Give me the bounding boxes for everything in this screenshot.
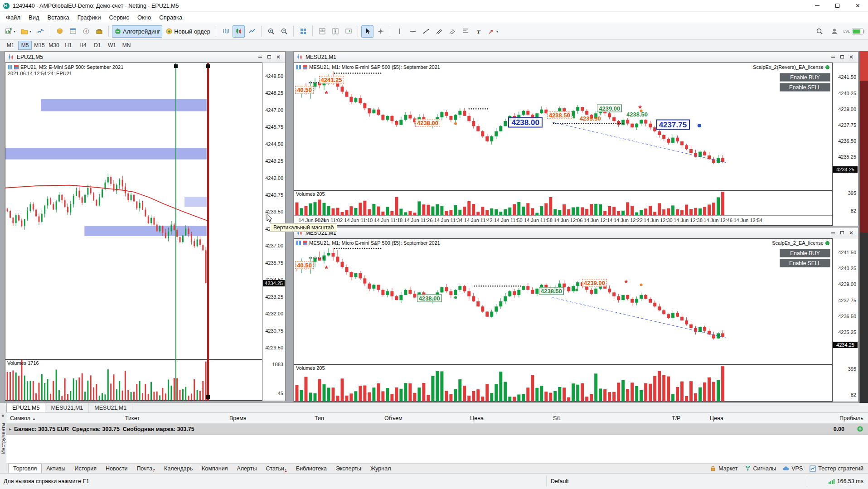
column-header[interactable]: Цена bbox=[710, 415, 723, 421]
toolbox-tab-эксперты[interactable]: Эксперты bbox=[331, 464, 366, 473]
menu-item[interactable]: Окно bbox=[133, 12, 155, 23]
enable-buy-button[interactable]: Enable BUY bbox=[780, 73, 830, 82]
zoom-out-button[interactable] bbox=[278, 25, 290, 38]
tile-windows-button[interactable] bbox=[297, 25, 309, 38]
toolbox-tab-журнал[interactable]: Журнал bbox=[366, 464, 396, 473]
account-button[interactable] bbox=[829, 25, 841, 38]
chart-close-button[interactable]: ✕ bbox=[847, 53, 856, 61]
status-profile[interactable]: Default bbox=[551, 478, 569, 484]
chart-plot-area[interactable]: EPU21, M5: E-Mini S&P 500: September 202… bbox=[5, 63, 262, 401]
new-order-button[interactable]: Новый ордер bbox=[163, 25, 213, 38]
price-chart[interactable]: EPU21, M5: E-Mini S&P 500: September 202… bbox=[5, 63, 262, 359]
timeframe-m30[interactable]: M30 bbox=[47, 41, 61, 50]
volume-pane[interactable]: Volumes 1716 bbox=[5, 359, 262, 400]
fibonacci-button[interactable] bbox=[459, 25, 471, 38]
column-header[interactable]: Прибыль bbox=[839, 415, 863, 421]
chart-plot-area[interactable]: MESU21, M1: Micro E-mini S&P 500 ($5): S… bbox=[294, 238, 833, 402]
price-chart[interactable]: MESU21, M1: Micro E-mini S&P 500 ($5): S… bbox=[294, 63, 832, 190]
menu-item[interactable]: Сервис bbox=[105, 12, 134, 23]
toolbox-button[interactable] bbox=[93, 25, 105, 38]
vertical-line-object[interactable] bbox=[207, 63, 209, 400]
column-header[interactable]: Время bbox=[229, 415, 247, 421]
timeframe-m5[interactable]: M5 bbox=[18, 41, 32, 50]
chart-restore-button[interactable] bbox=[265, 53, 274, 61]
toolbox-tab-новости[interactable]: Новости bbox=[101, 464, 132, 473]
strategy-tester-button[interactable]: Тестер стратегий bbox=[809, 465, 863, 472]
time-scale[interactable]: 14 Jun 202114 Jun 11:0214 Jun 11:1014 Ju… bbox=[294, 215, 832, 225]
timeframe-w1[interactable]: W1 bbox=[105, 41, 119, 50]
equidistant-channel-button[interactable] bbox=[433, 25, 445, 38]
chart-window-titlebar[interactable]: EPU21,M5 ✕ bbox=[5, 52, 285, 63]
toolbox-tab-статьи[interactable]: Статьи1 bbox=[261, 464, 291, 473]
text-tool-button[interactable]: T bbox=[472, 25, 485, 38]
toolbox-tab-почта[interactable]: Почта7 bbox=[132, 464, 160, 473]
toolbox-tab-торговля[interactable]: Торговля bbox=[8, 464, 42, 473]
objects-button[interactable]: ▾ bbox=[485, 25, 500, 38]
column-header[interactable]: T/P bbox=[672, 415, 680, 421]
vertical-line-object[interactable] bbox=[175, 63, 176, 400]
menu-item[interactable]: Справка bbox=[155, 12, 186, 23]
chart-tab[interactable]: MESU21,M1 bbox=[89, 403, 132, 412]
chart-plot-area[interactable]: MESU21, M1: Micro E-mini S&P 500 ($5): S… bbox=[294, 63, 833, 226]
toolbox-tab-библиотека[interactable]: Библиотека bbox=[291, 464, 331, 473]
menu-item[interactable]: Графики bbox=[73, 12, 105, 23]
object-handle[interactable] bbox=[206, 395, 210, 399]
column-header[interactable]: Цена bbox=[470, 415, 484, 421]
volume-pane[interactable]: Volumes 205 bbox=[294, 190, 832, 215]
close-button[interactable]: ✕ bbox=[848, 0, 868, 11]
chart-window-epu21-m5[interactable]: EPU21,M5 ✕ EPU21, M5: E-Mini S&P 500: Se… bbox=[5, 51, 286, 401]
minimize-button[interactable] bbox=[807, 0, 827, 11]
enable-sell-button[interactable]: Enable SELL bbox=[780, 259, 830, 267]
chart-tab[interactable]: EPU21,M5 bbox=[6, 403, 45, 412]
chart-close-button[interactable]: ✕ bbox=[274, 53, 283, 61]
chart-window-mesu21-m1-top[interactable]: MESU21,M1 ✕ MESU21, M1: Micro E-mini S&P… bbox=[293, 51, 858, 226]
chart-window-mesu21-m1-bottom[interactable]: MESU21,M1 ✕ MESU21, M1: Micro E-mini S&P… bbox=[293, 227, 858, 402]
column-header[interactable]: Символ▲ bbox=[10, 415, 36, 421]
chart-window-titlebar[interactable]: MESU21,M1 ✕ bbox=[294, 228, 858, 238]
timeframe-d1[interactable]: D1 bbox=[91, 41, 104, 50]
zoom-in-button[interactable] bbox=[265, 25, 277, 38]
object-handle[interactable] bbox=[206, 64, 210, 68]
timeframe-h1[interactable]: H1 bbox=[62, 41, 75, 50]
market-button[interactable]: Маркет bbox=[709, 465, 737, 472]
price-scale[interactable]: 4241.504240.254239.004237.754236.504235.… bbox=[833, 238, 858, 402]
enable-sell-button[interactable]: Enable SELL bbox=[780, 83, 830, 92]
chart-restore-button[interactable] bbox=[838, 53, 847, 61]
toolbox-tab-календарь[interactable]: Календарь bbox=[160, 464, 197, 473]
line-chart-button[interactable] bbox=[246, 25, 258, 38]
arrange-horizontal-button[interactable] bbox=[329, 25, 341, 38]
column-header[interactable]: S/L bbox=[553, 415, 562, 421]
vps-button[interactable]: VPS bbox=[782, 465, 803, 472]
column-header[interactable]: Тип bbox=[315, 415, 324, 421]
orders-table-body[interactable] bbox=[6, 435, 868, 463]
balance-row[interactable]: ▸ Баланс: 303.75 EUR Средства: 303.75 Св… bbox=[6, 424, 868, 435]
window-titlebar[interactable]: 1249440 - AMPGlobalEU-Demo: Демо-счет - … bbox=[0, 0, 868, 12]
andrews-pitchfork-button[interactable] bbox=[446, 25, 458, 38]
timeframe-h4[interactable]: H4 bbox=[76, 41, 90, 50]
timeframe-mn[interactable]: MN bbox=[120, 41, 133, 50]
volume-pane[interactable]: Volumes 205 bbox=[294, 364, 832, 401]
chart-tab[interactable]: MESU21,M1 bbox=[45, 403, 89, 412]
data-window-button[interactable] bbox=[67, 25, 79, 38]
crosshair-button[interactable] bbox=[374, 25, 387, 38]
toolbox-tab-компания[interactable]: Компания bbox=[197, 464, 232, 473]
chart-minimize-button[interactable] bbox=[829, 229, 838, 237]
market-watch-button[interactable] bbox=[53, 25, 66, 38]
vertical-line-button[interactable] bbox=[393, 25, 406, 38]
toolbox-tab-алерты[interactable]: Алерты bbox=[232, 464, 261, 473]
timeframe-m1[interactable]: M1 bbox=[4, 41, 17, 50]
chart-window-titlebar[interactable]: MESU21,M1 ✕ bbox=[294, 52, 858, 63]
toolbox-tab-история[interactable]: История bbox=[70, 464, 101, 473]
new-chart-button[interactable]: ▾ bbox=[3, 25, 18, 38]
candlestick-chart-button[interactable] bbox=[233, 25, 245, 38]
algo-trading-button[interactable]: Алготрейдинг bbox=[112, 25, 162, 38]
trendline-button[interactable] bbox=[420, 25, 432, 38]
enable-buy-button[interactable]: Enable BUY bbox=[780, 249, 830, 257]
object-handle[interactable] bbox=[174, 64, 178, 68]
search-button[interactable] bbox=[814, 25, 826, 38]
column-header[interactable]: Тикет bbox=[125, 415, 140, 421]
toolbox-close-icon[interactable]: ✕ bbox=[1, 414, 5, 418]
price-chart[interactable]: MESU21, M1: Micro E-mini S&P 500 ($5): S… bbox=[294, 239, 832, 364]
maximize-button[interactable] bbox=[827, 0, 848, 11]
menu-item[interactable]: Файл bbox=[2, 12, 24, 23]
